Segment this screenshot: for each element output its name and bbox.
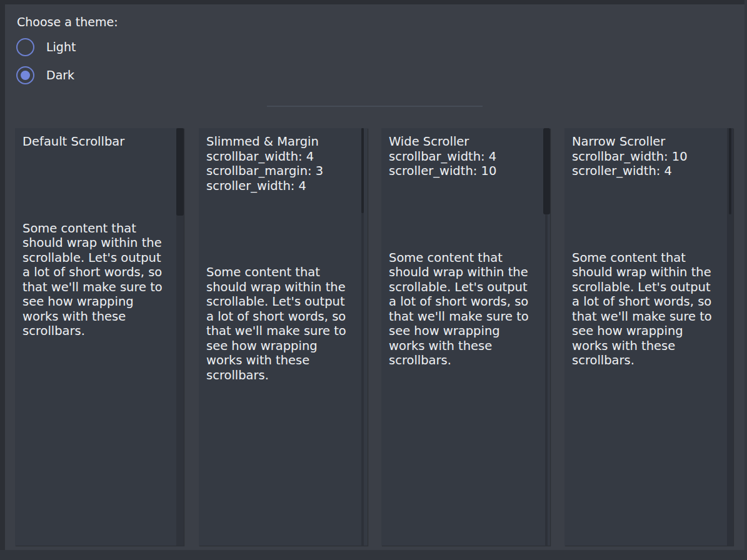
- radio-dot-icon: [21, 71, 30, 80]
- radio-label-dark: Dark: [46, 68, 74, 83]
- panel-param: scrollbar_width: 4: [389, 149, 540, 164]
- panel-param: scrollbar_width: 4: [206, 149, 358, 164]
- panel-param: scroller_width: 10: [389, 164, 540, 179]
- app-window: Choose a theme: Light Dark Default Scrol…: [0, 0, 747, 560]
- panel-content: Some content that should wrap within the…: [572, 251, 717, 368]
- panel-title: Narrow Scroller: [572, 134, 723, 149]
- scrollbar-thumb[interactable]: [361, 128, 364, 213]
- horizontal-scrollbar-track: [0, 550, 747, 560]
- scroll-panel-default[interactable]: Default Scrollbar Some content that shou…: [15, 128, 184, 546]
- panel-param: scroller_width: 4: [206, 179, 358, 194]
- panel-param: scrollbar_margin: 3: [206, 164, 358, 179]
- window-edge-left: [0, 0, 5, 560]
- window-edge-top: [0, 0, 747, 4]
- choose-theme-label: Choose a theme:: [17, 14, 118, 29]
- scrollbar-thumb[interactable]: [729, 128, 731, 214]
- panel-param: scroller_width: 4: [572, 164, 723, 179]
- scroll-panel-slimmed-margin[interactable]: Slimmed & Margin scrollbar_width: 4 scro…: [199, 128, 368, 546]
- panel-title: Default Scrollbar: [23, 134, 174, 149]
- panel-title: Wide Scroller: [389, 134, 540, 149]
- scroll-panel-narrow-scroller[interactable]: Narrow Scroller scrollbar_width: 10 scro…: [564, 128, 733, 546]
- panel-param: scrollbar_width: 10: [572, 149, 723, 164]
- window-edge-right: [744, 0, 747, 560]
- section-divider: [267, 106, 483, 107]
- scrollbar-thumb[interactable]: [176, 128, 184, 216]
- panel-content: Some content that should wrap within the…: [206, 265, 351, 382]
- panel-content: Some content that should wrap within the…: [23, 221, 168, 339]
- scroll-panel-wide-scroller[interactable]: Wide Scroller scrollbar_width: 4 scrolle…: [381, 128, 550, 546]
- panel-content: Some content that should wrap within the…: [389, 251, 534, 368]
- radio-label-light: Light: [46, 39, 76, 55]
- scrollbar-thumb[interactable]: [543, 128, 550, 214]
- panel-title: Slimmed & Margin: [206, 134, 358, 149]
- radio-circle-icon[interactable]: [16, 38, 34, 56]
- radio-circle-selected-icon[interactable]: [16, 66, 34, 84]
